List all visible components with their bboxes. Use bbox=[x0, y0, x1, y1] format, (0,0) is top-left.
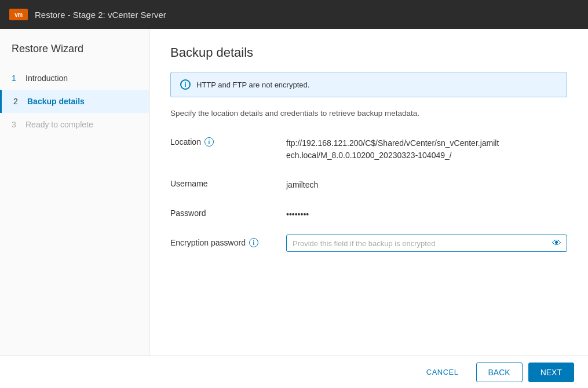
sidebar-item-backup-details[interactable]: 2 Backup details bbox=[0, 90, 149, 113]
app-header: vm Restore - Stage 2: vCenter Server bbox=[0, 0, 588, 29]
info-text: HTTP and FTP are not encrypted. bbox=[196, 80, 309, 89]
location-row: Location i ftp://192.168.121.200/C$/Shar… bbox=[170, 134, 567, 162]
page-title: Backup details bbox=[170, 45, 567, 60]
toggle-visibility-icon[interactable]: 👁 bbox=[552, 238, 561, 248]
window-title: Restore - Stage 2: vCenter Server bbox=[35, 10, 166, 20]
content-area: Backup details i HTTP and FTP are not en… bbox=[149, 29, 588, 388]
cancel-button[interactable]: CANCEL bbox=[415, 363, 470, 381]
form-description: Specify the location details and credent… bbox=[170, 109, 567, 118]
encryption-label: Encryption password i bbox=[170, 235, 286, 247]
encryption-tooltip-icon[interactable]: i bbox=[249, 238, 258, 247]
info-icon: i bbox=[180, 79, 191, 90]
username-row: Username jamiltech bbox=[170, 175, 567, 191]
vmware-logo: vm bbox=[9, 9, 28, 20]
back-button[interactable]: BACK bbox=[476, 363, 523, 382]
username-value: jamiltech bbox=[286, 175, 567, 191]
footer-bar: CANCEL BACK NEXT bbox=[0, 356, 588, 388]
location-value: ftp://192.168.121.200/C$/Shared/vCenter/… bbox=[286, 134, 567, 162]
next-button[interactable]: NEXT bbox=[528, 363, 574, 382]
username-label: Username bbox=[170, 175, 286, 188]
step-3-number: 3 bbox=[12, 120, 21, 129]
password-row: Password •••••••• bbox=[170, 205, 567, 221]
sidebar-item-introduction[interactable]: 1 Introduction bbox=[0, 67, 149, 90]
encryption-row: Encryption password i 👁 bbox=[170, 235, 567, 252]
info-banner: i HTTP and FTP are not encrypted. bbox=[170, 72, 567, 97]
step-2-label: Backup details bbox=[27, 97, 85, 106]
step-2-number: 2 bbox=[13, 97, 23, 106]
main-layout: Restore Wizard 1 Introduction 2 Backup d… bbox=[0, 29, 588, 388]
step-3-label: Ready to complete bbox=[25, 120, 93, 129]
step-1-number: 1 bbox=[12, 74, 21, 83]
step-1-label: Introduction bbox=[25, 74, 68, 83]
encryption-field: 👁 bbox=[286, 235, 567, 252]
location-tooltip-icon[interactable]: i bbox=[204, 137, 214, 147]
encryption-password-input[interactable] bbox=[286, 235, 567, 252]
wizard-title: Restore Wizard bbox=[0, 43, 149, 67]
password-label: Password bbox=[170, 205, 286, 218]
sidebar: Restore Wizard 1 Introduction 2 Backup d… bbox=[0, 29, 149, 388]
sidebar-item-ready-to-complete[interactable]: 3 Ready to complete bbox=[0, 113, 149, 136]
password-value: •••••••• bbox=[286, 205, 567, 221]
encryption-input-wrapper: 👁 bbox=[286, 235, 567, 252]
location-label: Location i bbox=[170, 134, 286, 147]
